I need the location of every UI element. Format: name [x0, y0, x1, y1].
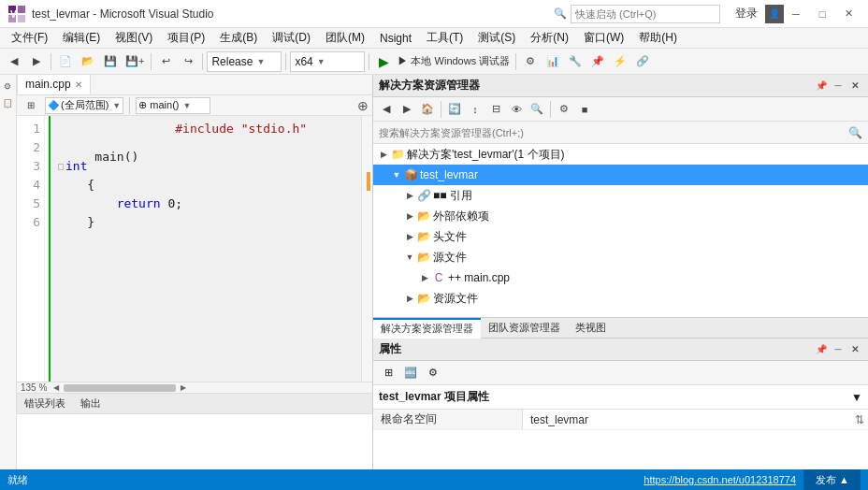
expand-header-icon[interactable]: ▶ [403, 230, 416, 243]
toolbar-undo[interactable]: ↩ [155, 51, 176, 72]
sol-collapse-btn[interactable]: ⊟ [486, 100, 505, 119]
toolbar-save[interactable]: 💾 [100, 51, 121, 72]
expand-ext-icon[interactable]: ▶ [403, 209, 416, 223]
menu-team[interactable]: 团队(M) [318, 28, 372, 49]
tab-error-list[interactable]: 错误列表 [17, 394, 73, 414]
prop-alphabetical-btn[interactable]: 🔤 [401, 364, 420, 382]
menu-debug[interactable]: 调试(D) [265, 28, 318, 49]
tree-solution-root[interactable]: ▶ 📁 解决方案'test_levmar'(1 个项目) [373, 144, 868, 165]
prop-categorize-btn[interactable]: ⊞ [379, 364, 398, 382]
quick-launch-box[interactable]: 🔍 [554, 5, 720, 23]
nav-btn-1[interactable]: ⊞ [21, 95, 41, 116]
start-debug-button[interactable]: ▶ [373, 51, 394, 72]
function-dropdown[interactable]: ⊕ main() ▼ [136, 97, 210, 114]
prop-close-button[interactable]: ✕ [847, 342, 862, 357]
scope-dropdown[interactable]: 🔷 (全局范围) ▼ [45, 97, 123, 114]
h-scrollbar[interactable]: ◀ ▶ [51, 382, 189, 394]
maximize-button[interactable]: □ [810, 5, 834, 23]
tree-main-cpp[interactable]: ▶ C ++ main.cpp [373, 267, 868, 288]
csdn-link[interactable]: https://blog.csdn.net/u012318774 [644, 474, 796, 485]
toolbar-redo[interactable]: ↪ [178, 51, 198, 72]
toolbar-extra-2[interactable]: 📊 [542, 51, 563, 72]
platform-dropdown[interactable]: x64 ▼ [290, 51, 365, 72]
tab-main-cpp[interactable]: main.cpp ✕ [17, 75, 91, 94]
sol-tab-solution-explorer[interactable]: 解决方案资源管理器 [373, 318, 481, 339]
sol-forward-btn[interactable]: ▶ [398, 100, 416, 119]
prop-pin-button[interactable]: 📌 [814, 342, 829, 357]
tree-resource-files[interactable]: ▶ 📂 资源文件 [373, 288, 868, 309]
quick-launch-input[interactable] [571, 5, 720, 23]
menu-view[interactable]: 视图(V) [108, 28, 160, 49]
publish-button[interactable]: 发布 ▲ [803, 469, 861, 490]
expand-project-icon[interactable]: ▼ [390, 168, 403, 181]
sol-properties-btn[interactable]: ⚙ [555, 100, 573, 119]
sol-sync-btn[interactable]: ↕ [466, 100, 485, 119]
tab-close-button[interactable]: ✕ [75, 79, 82, 90]
sol-home-btn[interactable]: 🏠 [418, 100, 437, 119]
expand-source-icon[interactable]: ▼ [403, 251, 416, 264]
side-icon-2[interactable]: 📋 [0, 97, 15, 112]
toolbar-extra-6[interactable]: 🔗 [632, 51, 653, 72]
sol-tab-team-explorer[interactable]: 团队资源管理器 [481, 318, 568, 339]
prop-object-name: test_levmar 项目属性 [379, 389, 489, 405]
menu-project[interactable]: 项目(P) [160, 28, 212, 49]
expand-main-icon[interactable]: ▶ [418, 271, 431, 284]
tree-project[interactable]: ▼ 📦 test_levmar [373, 165, 868, 185]
prop-val-arrows[interactable]: ⇅ [855, 413, 864, 426]
panel-pin-button[interactable]: 📌 [814, 79, 829, 94]
prop-panel-controls: 📌 ─ ✕ [814, 342, 862, 357]
menu-help[interactable]: 帮助(H) [631, 28, 685, 49]
code-editor[interactable]: #include "stdio.h" □int main() { return … [51, 116, 361, 382]
menu-edit[interactable]: 编辑(E) [55, 28, 108, 49]
toolbar-extra-5[interactable]: ⚡ [610, 51, 630, 72]
sol-tab-class-view[interactable]: 类视图 [568, 318, 614, 339]
prop-hide-button[interactable]: ─ [831, 342, 846, 357]
menu-tools[interactable]: 工具(T) [419, 28, 470, 49]
tree-external-deps[interactable]: ▶ 📂 外部依赖项 [373, 206, 868, 226]
sol-refresh-btn[interactable]: 🔄 [445, 100, 464, 119]
sol-back-btn[interactable]: ◀ [377, 100, 396, 119]
menu-file[interactable]: 文件(F) [4, 28, 55, 49]
tree-references[interactable]: ▶ 🔗 ■■ 引用 [373, 185, 868, 206]
menu-test[interactable]: 测试(S) [470, 28, 523, 49]
toolbar-open[interactable]: 📂 [78, 51, 98, 72]
toolbar-extra-4[interactable]: 📌 [587, 51, 608, 72]
toolbar-back[interactable]: ◀ [4, 51, 24, 72]
tab-output[interactable]: 输出 [73, 394, 108, 414]
toolbar-save-all[interactable]: 💾+ [123, 51, 147, 72]
panel-auto-hide-button[interactable]: ─ [831, 79, 846, 94]
side-icon-1[interactable]: ⚙ [0, 79, 15, 94]
prop-settings-btn[interactable]: ⚙ [424, 364, 442, 382]
tree-source-files[interactable]: ▼ 📂 源文件 [373, 247, 868, 267]
sol-show-all-btn[interactable]: 👁 [507, 100, 526, 119]
editor-scrollbar[interactable] [361, 116, 372, 382]
h-scroll-thumb[interactable] [64, 384, 176, 392]
expand-refs-icon[interactable]: ▶ [403, 189, 416, 202]
prop-dropdown-arrow[interactable]: ▼ [851, 391, 862, 404]
toolbar-new[interactable]: 📄 [55, 51, 76, 72]
nav-expand-btn[interactable]: ⊕ [357, 98, 369, 113]
scroll-right-arrow[interactable]: ▶ [178, 382, 189, 394]
collapse-icon[interactable]: □ [58, 157, 64, 176]
menu-window[interactable]: 窗口(W) [576, 28, 631, 49]
minimize-button[interactable]: ─ [784, 5, 808, 23]
login-button[interactable]: 登录 [735, 6, 758, 22]
expand-res-icon[interactable]: ▶ [403, 292, 416, 305]
sol-search-input[interactable] [379, 127, 848, 138]
tree-header-files[interactable]: ▶ 📂 头文件 [373, 226, 868, 247]
panel-close-button[interactable]: ✕ [847, 79, 862, 94]
configuration-dropdown[interactable]: Release ▼ [207, 51, 282, 72]
menu-build[interactable]: 生成(B) [212, 28, 265, 49]
expand-solution-icon[interactable]: ▶ [377, 148, 390, 161]
toolbar-forward[interactable]: ▶ [26, 51, 47, 72]
menu-nsight[interactable]: Nsight [372, 28, 419, 49]
toolbar-extra-1[interactable]: ⚙ [520, 51, 541, 72]
toolbar-extra-3[interactable]: 🔧 [565, 51, 586, 72]
sol-filter-btn[interactable]: 🔍 [528, 100, 546, 119]
sol-preview-btn[interactable]: ■ [575, 100, 594, 119]
resource-files-icon: 📂 [416, 291, 431, 306]
scroll-left-arrow[interactable]: ◀ [51, 382, 62, 394]
menu-analyze[interactable]: 分析(N) [523, 28, 576, 49]
close-button[interactable]: ✕ [836, 5, 861, 23]
user-avatar[interactable]: 👤 [765, 5, 784, 23]
